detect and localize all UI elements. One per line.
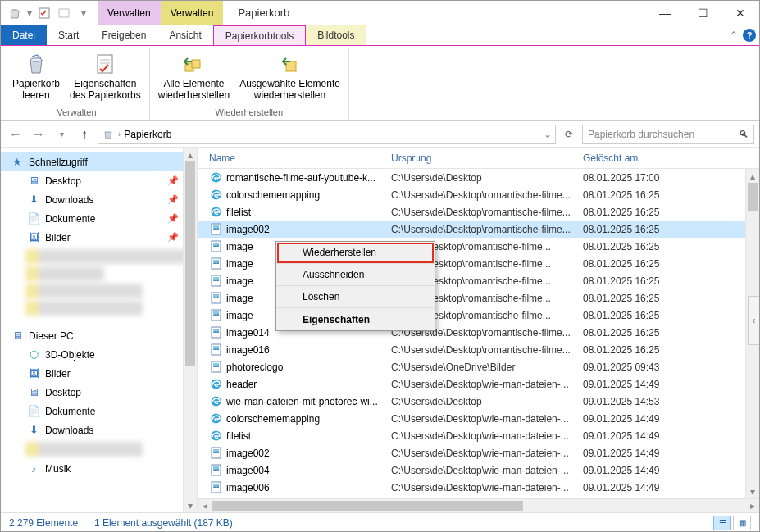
new-folder-icon[interactable] [55,4,73,22]
tab-datei[interactable]: Datei [1,25,47,45]
sidebar-desktop-2[interactable]: 🖥 Desktop [1,383,197,402]
pin-icon: 📌 [167,175,179,186]
sidebar-item-redacted[interactable] [25,442,143,457]
table-row[interactable]: filelistC:\Users\de\Desktop\romantische-… [198,203,759,221]
search-input[interactable]: Papierkorb durchsuchen 🔍︎ [582,125,754,144]
svg-rect-1 [59,9,69,17]
sidebar-downloads[interactable]: ⬇ Downloads📌 [1,190,197,209]
cell-deleted: 08.01.2025 16:25 [578,258,709,270]
breadcrumb[interactable]: › Papierkorb ⌄ [98,125,556,144]
tab-papierkorbtools[interactable]: Papierkorbtools [213,25,306,45]
close-button[interactable]: ✕ [721,1,759,25]
cell-name: colorschememapping [204,412,386,425]
view-icons-button[interactable]: ▦ [733,516,751,530]
table-row[interactable]: image002C:\Users\de\Desktop\romantische-… [198,221,759,238]
cell-origin: C:\Users\de\Desktop\wie-man-dateien-... [386,465,578,476]
minimize-button[interactable]: — [646,1,684,25]
nav-recent-dropdown[interactable]: ▾ [52,125,71,144]
sidebar-scrollbar[interactable]: ▴ ▾ [183,148,197,512]
table-row[interactable]: headerC:\Users\de\Desktop\wie-man-dateie… [198,375,759,393]
recycle-bin-empty-icon [23,51,49,77]
tab-ansicht[interactable]: Ansicht [157,25,212,45]
context-tab-papierkorbtools-header: Verwalten [98,1,161,25]
cell-origin: C:\Users\de\Desktop\romantische-filme... [386,344,578,356]
tab-start[interactable]: Start [47,25,90,45]
context-menu-delete[interactable]: Löschen [276,286,435,308]
image-file-icon [209,223,222,236]
sidebar-item-redacted[interactable] [25,301,143,316]
column-header-deleted[interactable]: Gelöscht am [578,152,709,164]
cell-deleted: 09.01.2025 14:49 [578,430,709,442]
nav-back-button[interactable]: ← [6,125,25,144]
rows-container[interactable]: romantische-filme-auf-youtube-k...C:\Use… [198,169,759,498]
table-row[interactable]: wie-man-dateien-mit-photorec-wi...C:\Use… [198,393,759,410]
table-row[interactable]: colorschememappingC:\Users\de\Desktop\wi… [198,410,759,427]
refresh-button[interactable]: ⟳ [559,129,579,140]
sidebar-item-redacted[interactable] [25,284,143,298]
table-row[interactable]: image016C:\Users\de\Desktop\romantische-… [198,341,759,358]
table-row[interactable]: image006C:\Users\de\Desktop\wie-man-date… [198,479,759,496]
content-h-scrollbar[interactable]: ◂ ▸ [198,498,759,512]
table-row[interactable]: colorschememappingC:\Users\de\Desktop\ro… [198,186,759,203]
sidebar-item-redacted[interactable] [25,249,186,264]
qat-dropdown[interactable]: ▾ [25,4,34,22]
sidebar-3d-objects[interactable]: ⬡ 3D-Objekte [1,345,197,364]
table-row[interactable]: image002C:\Users\de\Desktop\wie-man-date… [198,444,759,462]
sidebar-item-redacted[interactable] [25,266,104,281]
nav-forward-button[interactable]: → [29,125,48,144]
breadcrumb-item[interactable]: Papierkorb [124,129,171,140]
sidebar-quick-access[interactable]: ★ Schnellzugriff [1,152,197,171]
view-details-button[interactable]: ☰ [713,516,731,530]
properties-icon[interactable] [35,4,53,22]
pictures-icon: 🖼 [27,231,40,244]
tab-bildtools[interactable]: Bildtools [306,25,366,45]
tab-freigeben[interactable]: Freigeben [90,25,157,45]
column-header-origin[interactable]: Ursprung [386,152,578,164]
maximize-button[interactable]: ☐ [684,1,721,25]
breadcrumb-chevron-icon[interactable]: › [118,130,121,139]
table-row[interactable]: photoreclogoC:\Users\de\OneDrive\Bilder0… [198,358,759,375]
empty-recycle-bin-button[interactable]: Papierkorb leeren [7,49,65,107]
sidebar-downloads-2[interactable]: ⬇ Downloads [1,421,197,439]
preview-pane-toggle[interactable]: ‹ [748,296,759,345]
column-header-name[interactable]: Name [204,152,386,164]
table-row[interactable]: romantische-filme-auf-youtube-k...C:\Use… [198,169,759,186]
help-icon[interactable]: ? [743,29,756,42]
document-icon: 📄 [27,405,40,418]
cell-name: image002 [204,223,386,236]
sidebar-music[interactable]: ♪ Musik [1,459,197,478]
context-menu-cut[interactable]: Ausschneiden [276,264,435,286]
edge-file-icon [209,171,222,184]
nav-up-button[interactable]: ↑ [75,125,94,144]
navigation-pane[interactable]: ★ Schnellzugriff 🖥 Desktop📌 ⬇ Downloads📌… [1,148,198,512]
sidebar-this-pc[interactable]: 🖥 Dieser PC [1,326,197,345]
cell-name: wie-man-dateien-mit-photorec-wi... [204,395,386,408]
table-row[interactable]: image004C:\Users\de\Desktop\wie-man-date… [198,462,759,479]
recycle-bin-properties-button[interactable]: Eigenschaften des Papierkorbs [65,49,146,107]
image-file-icon [209,481,222,494]
context-menu-restore[interactable]: Wiederherstellen [276,242,435,264]
restore-all-button[interactable]: Alle Elemente wiederherstellen [153,49,234,107]
cell-origin: C:\Users\de\Desktop\wie-man-dateien-... [386,482,578,493]
cell-origin: C:\Users\de\Desktop [386,396,578,407]
search-icon: 🔍︎ [739,129,749,140]
ribbon-collapse-icon[interactable]: ⌃ [730,30,738,41]
breadcrumb-dropdown-icon[interactable]: ⌄ [544,129,552,140]
recycle-bin-icon[interactable] [6,4,24,22]
cell-name: filelist [204,206,386,219]
cell-deleted: 08.01.2025 16:25 [578,189,709,201]
context-menu: Wiederherstellen Ausschneiden Löschen Ei… [275,241,435,331]
table-row[interactable]: filelistC:\Users\de\Desktop\wie-man-date… [198,427,759,444]
sidebar-pictures-2[interactable]: 🖼 Bilder [1,364,197,383]
restore-selected-button[interactable]: Ausgewählte Elemente wiederherstellen [234,49,345,107]
cell-deleted: 08.01.2025 16:25 [578,344,709,356]
context-tab-bildtools-header: Verwalten [161,1,224,25]
pictures-icon: 🖼 [27,367,40,380]
sidebar-documents[interactable]: 📄 Dokumente📌 [1,209,197,228]
context-menu-properties[interactable]: Eigenschaften [276,308,435,330]
sidebar-desktop[interactable]: 🖥 Desktop📌 [1,171,197,190]
pin-icon: 📌 [167,232,179,243]
sidebar-pictures[interactable]: 🖼 Bilder📌 [1,228,197,247]
sidebar-documents-2[interactable]: 📄 Dokumente [1,402,197,421]
qat-expand-icon[interactable]: ▾ [75,4,93,22]
